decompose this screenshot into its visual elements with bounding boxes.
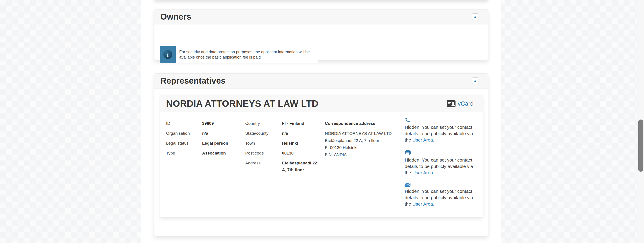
info-badge: i: [160, 46, 176, 63]
field-row-town: Town Helsinki: [245, 138, 317, 148]
owners-section: Owners ▲ i: [154, 9, 488, 60]
vertical-scrollbar-track[interactable]: [637, 0, 644, 243]
phone-hidden-text: Hidden. You can set your contact details…: [405, 124, 478, 143]
email-hidden-text: Hidden. You can set your contact details…: [405, 188, 478, 207]
field-value: Helsinki: [282, 138, 298, 148]
field-row-id: ID 39609: [166, 118, 228, 128]
representatives-section: Representatives ▲ NORDIA ATTORNEYS AT LA…: [154, 73, 488, 236]
info-message-text: For security and data protection purpose…: [176, 46, 318, 63]
representative-card: NORDIA ATTORNEYS AT LAW LTD vCard ID: [160, 95, 483, 217]
field-value: FI - Finland: [282, 118, 304, 128]
fax-icon: [405, 150, 411, 156]
owners-title: Owners: [160, 12, 191, 22]
field-value: Eteläesplanadi 22 A, 7th floor: [282, 158, 317, 173]
representatives-title: Representatives: [160, 76, 226, 86]
phone-icon: [405, 117, 410, 123]
representative-name: NORDIA ATTORNEYS AT LAW LTD: [166, 98, 318, 109]
representative-card-header: NORDIA ATTORNEYS AT LAW LTD vCard: [160, 95, 483, 112]
field-label: Town: [245, 138, 282, 148]
field-row-type: Type Association: [166, 148, 228, 158]
main-content-area: Owners ▲ i: [141, 0, 501, 243]
field-label: ID: [166, 118, 202, 128]
field-value: Legal person: [202, 138, 228, 148]
fax-contact-block: Hidden. You can set your contact details…: [405, 150, 478, 176]
details-column-1: ID 39609 Organisation n/a Legal status L…: [166, 118, 228, 158]
representatives-section-header: Representatives ▲: [154, 74, 488, 89]
fax-hidden-text: Hidden. You can set your contact details…: [405, 157, 478, 176]
vcard-icon: [447, 100, 456, 107]
correspondence-line: FI-00130 Helsinki: [325, 144, 400, 151]
vcard-download[interactable]: vCard: [447, 95, 474, 112]
representatives-collapse-button[interactable]: ▲: [472, 78, 478, 84]
chevron-up-icon: ▲: [474, 15, 476, 18]
field-value: n/a: [202, 128, 208, 138]
correspondence-line: NORDIA ATTORNEYS AT LAW LTD: [325, 130, 400, 137]
info-message: i For security and data protection purpo…: [160, 46, 318, 63]
field-row-state-county: State/county n/a: [245, 128, 317, 138]
field-row-legal-status: Legal status Legal person: [166, 138, 228, 148]
user-area-link[interactable]: User Area.: [412, 170, 434, 175]
field-value: 00130: [282, 148, 294, 158]
field-label: Type: [166, 148, 202, 158]
field-row-address: Address Eteläesplanadi 22 A, 7th floor: [245, 158, 317, 173]
owners-collapse-button[interactable]: ▲: [472, 14, 478, 20]
email-contact-block: Hidden. You can set your contact details…: [405, 183, 478, 207]
field-label: Legal status: [166, 138, 202, 148]
correspondence-line: Eteläesplanadi 22 A, 7th floor: [325, 137, 400, 144]
correspondence-line: FINLANDIA: [325, 151, 400, 158]
correspondence-address-lines: NORDIA ATTORNEYS AT LAW LTD Eteläesplana…: [325, 130, 400, 158]
field-label: Post code: [245, 148, 282, 158]
field-label: State/county: [245, 128, 282, 138]
field-row-country: Country FI - Finland: [245, 118, 317, 128]
email-icon: [405, 183, 411, 187]
field-row-post-code: Post code 00130: [245, 148, 317, 158]
correspondence-address-block: Correspondence address NORDIA ATTORNEYS …: [325, 118, 400, 158]
svg-text:i: i: [167, 51, 169, 58]
field-label: Address: [245, 158, 282, 168]
chevron-up-icon: ▲: [474, 79, 476, 82]
representative-id-link[interactable]: 39609: [202, 118, 214, 128]
details-column-2: Country FI - Finland State/county n/a To…: [245, 118, 317, 173]
contact-details-column: Hidden. You can set your contact details…: [405, 117, 478, 214]
field-row-organisation: Organisation n/a: [166, 128, 228, 138]
field-label: Country: [245, 118, 282, 128]
info-icon: i: [163, 50, 173, 59]
correspondence-address-header: Correspondence address: [325, 118, 400, 128]
vcard-link[interactable]: vCard: [458, 100, 474, 107]
user-area-link[interactable]: User Area.: [412, 137, 434, 142]
vertical-scrollbar-thumb[interactable]: [638, 120, 643, 172]
field-value: n/a: [282, 128, 288, 138]
info-text: For security and data protection purpose…: [179, 49, 314, 60]
phone-contact-block: Hidden. You can set your contact details…: [405, 117, 478, 143]
field-label: Organisation: [166, 128, 202, 138]
user-area-link[interactable]: User Area.: [412, 201, 434, 206]
field-value: Association: [202, 148, 226, 158]
owners-section-header: Owners ▲: [154, 10, 488, 25]
